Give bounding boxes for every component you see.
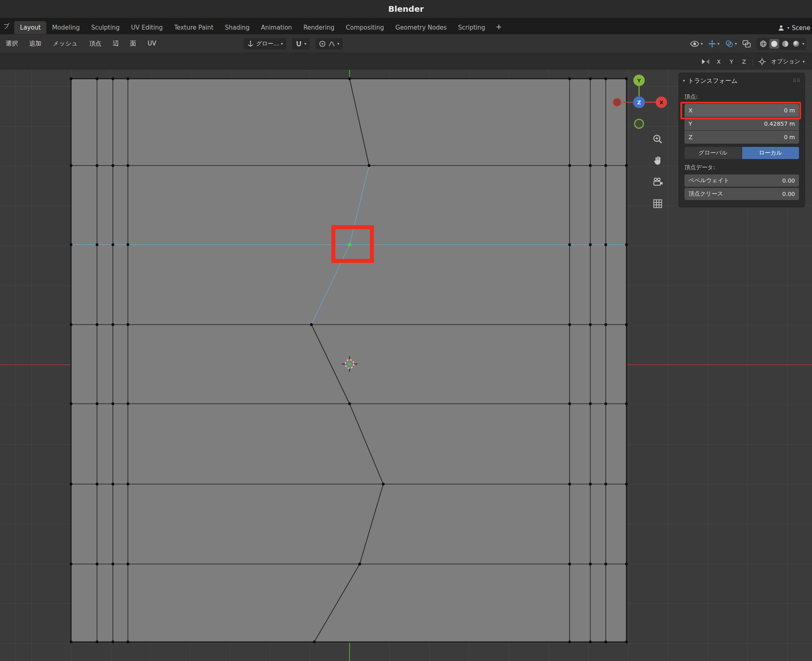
shading-wireframe-button[interactable] — [758, 39, 768, 49]
show-gizmo-toggle[interactable]: ▾ — [708, 40, 719, 48]
camera-view-button[interactable] — [650, 174, 665, 190]
vertex-x-field[interactable]: X 0 m — [685, 104, 799, 117]
chevron-down-icon: ▾ — [337, 42, 339, 46]
chevron-down-icon: ▾ — [281, 42, 283, 46]
panel-title: トランスフォーム — [688, 77, 737, 85]
bevel-weight-field[interactable]: ベベルウェイト 0.00 — [685, 174, 799, 187]
shading-rendered-button[interactable] — [791, 39, 801, 49]
vertex-z-field[interactable]: Z 0 m — [685, 131, 799, 144]
mirror-y-toggle[interactable]: Y — [728, 58, 735, 66]
toggle-grid-button[interactable] — [650, 196, 665, 211]
mirror-x-toggle[interactable]: X — [715, 58, 723, 66]
selected-vertex[interactable] — [348, 243, 352, 247]
eye-icon — [690, 40, 700, 47]
camera-icon — [652, 177, 663, 188]
show-overlays-toggle[interactable]: ▾ — [725, 40, 737, 48]
blender-window: Blender ブ Layout Modeling Sculpting UV E… — [0, 0, 812, 661]
tab-geometry-nodes[interactable]: Geometry Nodes — [390, 21, 453, 34]
svg-text:X: X — [659, 99, 663, 106]
grid-icon — [652, 198, 663, 209]
vertex-crease-field[interactable]: 頂点クリース 0.00 — [685, 188, 799, 200]
add-workspace-button[interactable]: + — [491, 22, 507, 34]
scene-icon — [777, 24, 785, 32]
proportional-editing-icon — [319, 40, 326, 47]
zoom-tool-button[interactable] — [650, 131, 665, 147]
menu-overflow-text[interactable]: ブ — [2, 22, 14, 34]
tool-settings-bar: X Y Z オプション ▾ — [0, 53, 812, 70]
pan-tool-button[interactable] — [650, 153, 665, 168]
menu-edge[interactable]: 辺 — [112, 40, 119, 47]
material-sphere-icon — [782, 40, 789, 47]
mirror-z-toggle[interactable]: Z — [740, 58, 748, 66]
menu-vertex[interactable]: 頂点 — [89, 40, 101, 47]
scene-label: Scene — [792, 24, 810, 32]
edit-mode-menus: 選択 追加 メッシュ 頂点 辺 面 UV — [6, 40, 156, 47]
navigation-gizmo[interactable]: Y X Z — [601, 72, 670, 133]
tab-compositing[interactable]: Compositing — [340, 21, 390, 34]
toggle-xray-button[interactable] — [742, 40, 751, 48]
gizmo-x-ball[interactable]: X — [656, 97, 667, 108]
view-object-types-dropdown[interactable]: ▾ — [690, 40, 703, 47]
local-button[interactable]: ローカル — [742, 147, 799, 159]
gizmo-arrows-icon — [708, 40, 716, 48]
tab-shading[interactable]: Shading — [219, 21, 255, 34]
svg-text:Z: Z — [637, 99, 641, 106]
zoom-icon — [652, 133, 663, 145]
chevron-down-icon: ▾ — [683, 79, 685, 83]
global-button[interactable]: グローバル — [685, 147, 742, 159]
viewport-shading-switch: ▾ — [756, 38, 806, 50]
vertex-y-value: 0.42857 m — [764, 121, 795, 127]
tab-sculpting[interactable]: Sculpting — [86, 21, 125, 34]
chevron-down-icon: ▾ — [802, 42, 804, 46]
menu-uv[interactable]: UV — [147, 40, 156, 47]
menu-add[interactable]: 追加 — [29, 40, 41, 47]
vertex-x-label: X — [689, 107, 693, 114]
gizmo-minus-x-ball[interactable] — [613, 98, 622, 107]
panel-grip-icon[interactable]: ⠿⠿ — [793, 78, 801, 84]
shading-solid-button[interactable] — [769, 39, 779, 49]
options-dropdown[interactable]: オプション ▾ — [771, 58, 805, 65]
scene-selector[interactable]: ▾ Scene — [773, 24, 812, 34]
gizmo-z-ball[interactable]: Z — [633, 97, 645, 108]
viewport-3d[interactable]: Y X Z — [0, 70, 812, 661]
vertex-crease-value: 0.00 — [782, 191, 795, 197]
overlays-icon — [725, 40, 734, 48]
vertex-section-label: 頂点: — [685, 93, 805, 101]
divider — [753, 58, 753, 66]
transform-panel-header[interactable]: ▾ トランスフォーム ⠿⠿ — [679, 73, 805, 88]
tab-animation[interactable]: Animation — [255, 21, 298, 34]
bevel-weight-value: 0.00 — [782, 177, 795, 184]
hand-icon — [652, 155, 663, 166]
mirror-icon — [701, 58, 710, 65]
xray-icon — [742, 40, 751, 48]
transform-orientation-dropdown[interactable]: グロー... ▾ — [244, 38, 286, 50]
orientation-label: グロー... — [256, 40, 279, 47]
vertex-y-label: Y — [689, 121, 692, 127]
snap-target-icon[interactable] — [758, 58, 766, 66]
tab-texture-paint[interactable]: Texture Paint — [168, 21, 219, 34]
menu-mesh[interactable]: メッシュ — [53, 40, 78, 47]
coordinate-space-switch: グローバル ローカル — [685, 147, 799, 159]
snapping-dropdown[interactable]: ▾ — [292, 38, 310, 50]
transform-panel: ▾ トランスフォーム ⠿⠿ 頂点: X 0 m Y 0.42857 m Z 0 … — [678, 73, 805, 207]
proportional-editing-controls[interactable]: ▾ — [315, 38, 343, 50]
vertex-z-label: Z — [689, 134, 693, 140]
menu-face[interactable]: 面 — [130, 40, 136, 47]
gizmo-y-ball[interactable]: Y — [633, 75, 645, 86]
chevron-down-icon: ▾ — [717, 42, 719, 46]
tab-scripting[interactable]: Scripting — [452, 21, 491, 34]
shading-material-button[interactable] — [780, 39, 790, 49]
vertex-y-field[interactable]: Y 0.42857 m — [685, 117, 799, 130]
tab-uv-editing[interactable]: UV Editing — [125, 21, 168, 34]
tab-layout[interactable]: Layout — [14, 21, 46, 34]
vertex-x-value: 0 m — [784, 107, 795, 114]
viewport-side-tools — [650, 131, 665, 211]
options-label: オプション — [771, 58, 800, 65]
mesh-object — [70, 78, 628, 644]
viewport-header: 選択 追加 メッシュ 頂点 辺 面 UV グロー... ▾ ▾ — [0, 34, 812, 53]
tab-modeling[interactable]: Modeling — [46, 21, 85, 34]
menu-select[interactable]: 選択 — [6, 40, 18, 47]
vertex-data-section-label: 頂点データ: — [685, 164, 805, 172]
gizmo-minus-y-ball[interactable] — [635, 119, 644, 128]
tab-rendering[interactable]: Rendering — [298, 21, 340, 34]
